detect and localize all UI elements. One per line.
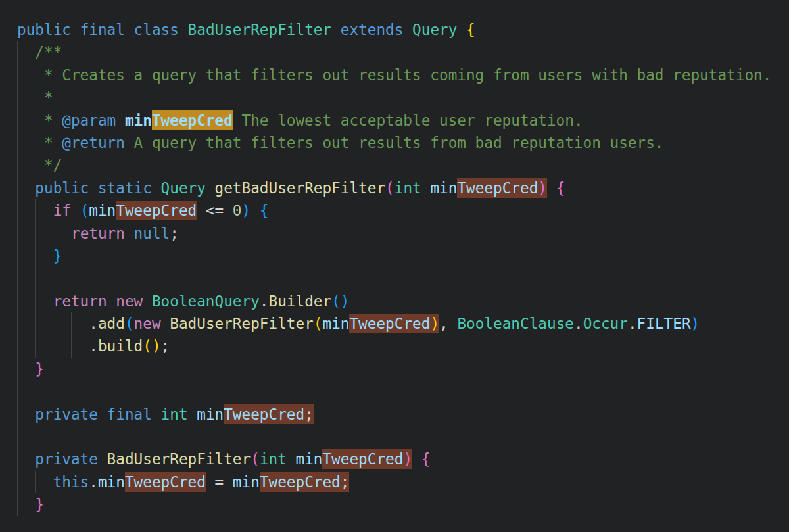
indent-guide-line xyxy=(53,335,53,357)
code-line[interactable]: .build(); xyxy=(17,335,789,357)
code-token xyxy=(547,180,556,197)
code-token: ) xyxy=(242,202,251,219)
code-token: ( xyxy=(80,202,89,219)
code-token: final xyxy=(107,406,161,423)
indent-guide-line xyxy=(17,267,18,289)
code-line[interactable]: * Creates a query that filters out resul… xyxy=(17,64,789,86)
code-token xyxy=(17,406,35,423)
indent-guide-line xyxy=(17,403,18,425)
code-token: BadUserRepFilter xyxy=(188,21,341,38)
indent-guide-line xyxy=(35,335,36,357)
code-editor: public final class BadUserRepFilter exte… xyxy=(0,0,789,532)
code-token: Builder xyxy=(269,293,332,310)
indent-guide-line xyxy=(71,312,72,335)
code-token: add xyxy=(98,315,125,332)
code-token xyxy=(251,202,260,219)
indent-guide-line xyxy=(17,290,18,312)
code-token: min xyxy=(322,315,349,332)
code-line[interactable]: } xyxy=(17,358,789,380)
code-token: ; xyxy=(170,225,179,242)
indent-guide-line xyxy=(17,245,18,267)
code-token: return xyxy=(71,225,134,242)
code-line[interactable] xyxy=(17,267,789,289)
code-token xyxy=(17,496,35,513)
code-token: . xyxy=(628,315,637,332)
code-token: ) xyxy=(691,315,700,332)
code-area[interactable]: public final class BadUserRepFilter exte… xyxy=(17,18,789,532)
code-line[interactable] xyxy=(17,425,789,448)
code-token: ( xyxy=(385,180,394,197)
code-token: min xyxy=(125,112,152,129)
code-token: Query xyxy=(412,21,466,38)
code-token: ( xyxy=(125,315,134,332)
code-token: ) xyxy=(152,337,161,354)
find-match-highlight: TweepCred xyxy=(322,449,403,469)
code-token: ( xyxy=(251,450,260,468)
code-token: { xyxy=(260,202,269,219)
find-match-highlight: TweepCred xyxy=(349,314,430,333)
indent-guide-line xyxy=(35,290,36,312)
code-token: { xyxy=(466,21,475,38)
code-token: 0 xyxy=(233,202,242,219)
code-line[interactable]: * @param minTweepCred The lowest accepta… xyxy=(17,109,789,132)
indent-guide-line xyxy=(17,64,18,86)
code-line[interactable]: } xyxy=(17,245,789,267)
code-token xyxy=(17,360,35,377)
indent-guide-line xyxy=(17,177,18,199)
code-token: BooleanClause xyxy=(457,315,574,332)
code-token: A query that filters out results from ba… xyxy=(134,134,664,151)
code-token: ( xyxy=(331,293,341,310)
code-line[interactable]: .add(new BadUserRepFilter(minTweepCred),… xyxy=(17,312,789,335)
code-token: ( xyxy=(143,337,152,354)
code-line[interactable]: /** xyxy=(17,41,789,63)
code-token xyxy=(17,450,35,468)
code-token: return xyxy=(53,293,116,310)
code-token: @return xyxy=(62,134,133,151)
code-token: The lowest acceptable user reputation. xyxy=(233,112,583,129)
indent-guide-line xyxy=(53,312,53,335)
indent-guide-line xyxy=(35,199,36,222)
find-match-current-highlight: TweepCred xyxy=(152,110,233,130)
code-token: public xyxy=(17,21,80,38)
code-line[interactable]: } xyxy=(17,493,789,516)
indent-guide-line xyxy=(71,335,72,357)
find-match-highlight: ) xyxy=(430,314,439,333)
code-token: BadUserRepFilter xyxy=(107,450,251,468)
code-token: } xyxy=(53,247,62,264)
code-token: if xyxy=(53,202,80,219)
find-match-highlight: ; xyxy=(304,404,314,424)
code-line[interactable]: */ xyxy=(17,154,789,176)
code-line[interactable]: private final int minTweepCred; xyxy=(17,403,789,425)
code-line[interactable]: public final class BadUserRepFilter exte… xyxy=(17,18,789,41)
code-line[interactable]: return null; xyxy=(17,222,789,245)
code-line[interactable]: this.minTweepCred = minTweepCred; xyxy=(17,471,789,493)
code-line[interactable]: if (minTweepCred <= 0) { xyxy=(17,199,789,222)
indent-guide-line xyxy=(17,199,18,222)
find-match-highlight: TweepCred xyxy=(260,472,341,492)
code-token: * xyxy=(17,112,62,129)
find-match-highlight: TweepCred xyxy=(224,404,304,424)
code-token: min xyxy=(197,406,224,423)
code-line[interactable] xyxy=(17,380,789,402)
code-line[interactable]: * xyxy=(17,86,789,109)
find-match-highlight: ) xyxy=(403,449,412,469)
code-token: ; xyxy=(161,337,170,354)
code-token: * Creates a query that filters out resul… xyxy=(17,66,771,84)
code-line[interactable]: private BadUserRepFilter(int minTweepCre… xyxy=(17,448,789,470)
indent-guide-line xyxy=(17,222,18,245)
code-token xyxy=(412,450,421,468)
code-line[interactable]: * @return A query that filters out resul… xyxy=(17,132,789,154)
code-token: int xyxy=(260,450,296,468)
code-token: private xyxy=(35,450,107,468)
code-token xyxy=(17,225,71,242)
code-token: . xyxy=(260,293,269,310)
code-line[interactable]: public static Query getBadUserRepFilter(… xyxy=(17,177,789,199)
code-token: extends xyxy=(341,21,412,38)
indent-guide-line xyxy=(35,471,36,493)
indent-guide-line xyxy=(35,222,36,245)
code-token: <= xyxy=(197,202,233,219)
find-match-highlight: TweepCred xyxy=(125,472,206,492)
code-line[interactable]: return new BooleanQuery.Builder() xyxy=(17,290,789,312)
code-token: this xyxy=(53,473,89,491)
indent-guide-line xyxy=(17,335,18,357)
